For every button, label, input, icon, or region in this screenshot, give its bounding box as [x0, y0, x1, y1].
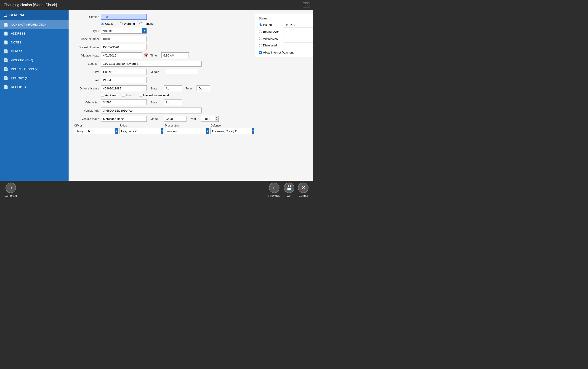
- radio-citation-input[interactable]: [101, 22, 104, 25]
- middle-input[interactable]: [166, 69, 198, 75]
- footer-bar: → Generate ← Previous 💾 OK ✕ Cancel: [0, 181, 313, 199]
- sidebar-item-receipts[interactable]: 📄 RECEIPTS: [0, 82, 69, 92]
- year-spinner: ▲ ▼: [201, 116, 219, 122]
- allow-internet-payment-row: Allow Internet Payment: [259, 51, 313, 54]
- title-bar: Changing citation [Wood, Chuck] ⛶: [0, 0, 313, 10]
- year-increment-button[interactable]: ▲: [215, 116, 218, 119]
- type-label: Type: [74, 29, 99, 32]
- radio-warning-input[interactable]: [120, 22, 123, 25]
- first-label: First: [74, 70, 99, 74]
- sidebar-item-history[interactable]: 📄 HISTORY (1): [0, 74, 69, 82]
- sidebar-label-violations: VIOLATIONS (2): [11, 59, 33, 62]
- status-adjudicated-date[interactable]: [284, 36, 313, 41]
- first-input[interactable]: [101, 69, 147, 75]
- sidebar-item-distributions[interactable]: 📄 DISTRIBUTIONS (2): [0, 65, 69, 74]
- status-dismissed-radio-input[interactable]: [259, 44, 262, 47]
- radio-parking-input[interactable]: [139, 22, 142, 25]
- prosecution-select[interactable]: [165, 128, 206, 134]
- previous-button[interactable]: ← Previous: [268, 183, 280, 197]
- hazardous-checkbox[interactable]: Hazardous material: [139, 93, 169, 97]
- cancel-icon: ✕: [298, 183, 309, 193]
- prosecution-label: Prosecution: [165, 124, 205, 127]
- judge-dropdown-arrow[interactable]: ▼: [161, 128, 163, 134]
- sidebar-item-address[interactable]: 📄 ADDRESS: [0, 29, 69, 38]
- status-adjudicated-radio-input[interactable]: [259, 37, 262, 40]
- sidebar-item-notes[interactable]: 📄 NOTES: [0, 38, 69, 47]
- generate-label: Generate: [5, 194, 17, 197]
- drivers-license-input[interactable]: [101, 85, 147, 91]
- status-issued-date[interactable]: [284, 22, 313, 27]
- location-input[interactable]: [101, 61, 202, 67]
- dl-state-input[interactable]: [164, 85, 182, 91]
- officer-dropdown-wrapper: ▼: [74, 128, 114, 134]
- status-boundover-radio[interactable]: Bound Over: [259, 30, 282, 33]
- time-label: Time: [150, 54, 159, 57]
- defense-dropdown-arrow[interactable]: ▼: [252, 128, 254, 134]
- allow-internet-payment-checkbox[interactable]: Allow Internet Payment: [259, 51, 313, 54]
- case-number-row: Case Number: [74, 36, 250, 42]
- hazardous-checkbox-input[interactable]: [139, 94, 142, 97]
- top-section: Citation Citation: [74, 14, 308, 136]
- status-adjudicated-row: Adjudicated 📅: [259, 36, 313, 41]
- officer-select[interactable]: [74, 128, 115, 134]
- status-issued-radio[interactable]: Issued: [259, 23, 282, 27]
- ok-button[interactable]: 💾 OK: [284, 183, 294, 197]
- year-input[interactable]: [201, 116, 215, 122]
- time-input[interactable]: [161, 52, 189, 58]
- defense-select[interactable]: [211, 128, 252, 134]
- status-adjudicated-radio[interactable]: Adjudicated: [259, 37, 282, 40]
- dl-type-input[interactable]: [196, 85, 210, 91]
- status-dismissed-row: Dismissed 📅: [259, 42, 313, 48]
- type-dropdown-arrow[interactable]: ▼: [142, 28, 147, 33]
- sidebar-item-images[interactable]: 📄 IMAGES: [0, 47, 69, 56]
- case-number-input[interactable]: [101, 36, 147, 42]
- judge-group: Judge ▼: [119, 124, 159, 134]
- last-input[interactable]: [101, 77, 147, 83]
- generate-icon: →: [5, 183, 16, 193]
- vehicle-tag-input[interactable]: [101, 99, 147, 105]
- middle-label: Middle: [150, 70, 164, 74]
- cancel-button[interactable]: ✕ Cancel: [298, 183, 309, 197]
- minor-checkbox-input[interactable]: [122, 94, 125, 97]
- status-dismissed-date[interactable]: [284, 42, 313, 48]
- status-title: Status: [259, 17, 313, 20]
- vehicle-make-input[interactable]: [101, 116, 147, 122]
- radio-parking[interactable]: Parking: [139, 22, 154, 25]
- status-boundover-row: Bound Over 📅: [259, 29, 313, 34]
- violation-date-calendar-icon[interactable]: 📅: [144, 53, 148, 58]
- docket-number-input[interactable]: [101, 44, 147, 50]
- maximize-button[interactable]: ⛶: [303, 2, 309, 8]
- vehicle-tag-row: Vehicle tag State: [74, 99, 250, 105]
- sidebar-item-contact-information[interactable]: 📄 CONTACT INFORMATION: [0, 20, 69, 29]
- first-middle-row: First Middle: [74, 69, 250, 75]
- accident-checkbox[interactable]: Accident: [101, 93, 117, 97]
- violation-date-input[interactable]: [101, 52, 142, 58]
- prosecution-dropdown-arrow[interactable]: ▼: [206, 128, 209, 134]
- generate-button[interactable]: → Generate: [5, 183, 17, 197]
- accident-checkbox-input[interactable]: [101, 94, 104, 97]
- minor-checkbox[interactable]: Minor: [122, 93, 134, 97]
- status-issued-radio-input[interactable]: [259, 23, 262, 26]
- year-decrement-button[interactable]: ▼: [215, 119, 218, 122]
- defense-group: Defense ▼: [210, 124, 250, 134]
- radio-warning[interactable]: Warning: [120, 22, 135, 25]
- personnel-row: Officer ▼ Judge ▼: [74, 124, 250, 134]
- officer-dropdown-arrow[interactable]: ▼: [115, 128, 118, 134]
- citation-input[interactable]: [101, 14, 147, 20]
- vehicle-make-row: Vehicle make Model Year ▲ ▼: [74, 116, 250, 122]
- judge-dropdown-wrapper: ▼: [119, 128, 159, 134]
- radio-citation[interactable]: Citation: [101, 22, 115, 25]
- vtag-state-label: State: [150, 101, 162, 104]
- judge-select[interactable]: [120, 128, 161, 134]
- ok-icon: 💾: [284, 183, 294, 193]
- sidebar-item-violations[interactable]: 📄 VIOLATIONS (2): [0, 56, 69, 65]
- status-boundover-date[interactable]: [284, 29, 313, 34]
- status-dismissed-radio[interactable]: Dismissed: [259, 44, 282, 47]
- status-boundover-radio-input[interactable]: [259, 30, 262, 33]
- vtag-state-input[interactable]: [164, 99, 182, 105]
- contact-icon: 📄: [4, 22, 8, 27]
- vehicle-vin-input[interactable]: [101, 108, 202, 113]
- allow-internet-payment-input[interactable]: [259, 51, 262, 54]
- type-select[interactable]: [101, 28, 142, 33]
- model-input[interactable]: [164, 116, 186, 122]
